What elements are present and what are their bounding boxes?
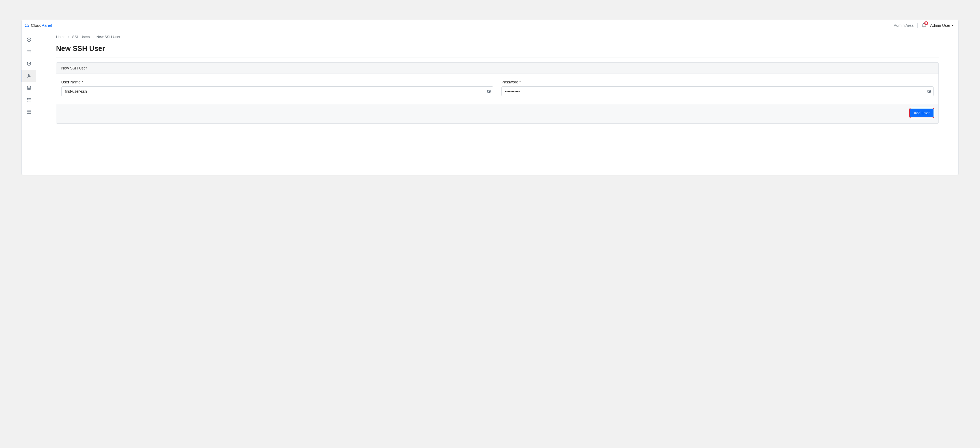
autofill-icon [487,89,491,94]
svg-point-3 [29,74,30,76]
svg-point-4 [27,86,30,87]
user-menu[interactable]: Admin User [930,23,954,28]
autofill-icon [927,89,931,94]
svg-point-6 [27,100,28,100]
sidebar-item-databases[interactable] [22,82,37,94]
breadcrumb-current: New SSH User [97,35,120,39]
sidebar [22,31,37,175]
app-panel: CloudPanel Admin Area 0 Admin User [21,20,959,175]
chevron-right-icon: › [68,35,70,39]
sidebar-item-cron[interactable] [22,94,37,106]
server-icon [27,109,32,114]
breadcrumb-ssh-users[interactable]: SSH Users [72,35,90,39]
user-menu-label: Admin User [930,23,950,28]
chevron-right-icon: › [92,35,94,39]
sidebar-item-users[interactable] [22,70,37,82]
breadcrumb: Home › SSH Users › New SSH User [56,35,939,42]
cloud-icon [24,23,29,28]
card-header: New SSH User [56,63,939,74]
brand-logo[interactable]: CloudPanel [24,23,52,28]
admin-area-link[interactable]: Admin Area [894,23,917,28]
notifications-button[interactable]: 0 [921,23,926,28]
svg-rect-15 [929,92,931,92]
password-input[interactable] [501,86,934,96]
svg-point-5 [27,99,28,99]
sidebar-item-servers[interactable] [22,106,37,118]
new-ssh-user-card: New SSH User User Name * [56,62,939,124]
notification-badge: 0 [924,21,928,25]
svg-point-1 [29,39,29,40]
list-icon [27,97,32,102]
caret-down-icon [951,24,954,27]
page-title: New SSH User [56,44,939,57]
shield-icon [27,61,32,66]
svg-rect-2 [27,50,31,53]
gauge-icon [27,37,32,42]
brand-text: CloudPanel [31,23,52,28]
sidebar-item-security[interactable] [22,58,37,70]
add-user-button[interactable]: Add User [910,108,934,117]
topbar: CloudPanel Admin Area 0 Admin User [22,20,958,31]
window-icon [27,49,32,54]
username-input[interactable] [61,86,493,96]
svg-rect-13 [489,92,490,92]
svg-point-7 [27,101,28,102]
password-label: Password * [501,80,934,84]
user-icon [27,73,32,78]
sidebar-item-sites[interactable] [22,46,37,58]
breadcrumb-home[interactable]: Home [56,35,65,39]
database-icon [27,85,32,90]
main-content: Home › SSH Users › New SSH User New SSH … [37,31,958,175]
username-label: User Name * [61,80,493,84]
sidebar-item-dashboard[interactable] [22,33,37,46]
